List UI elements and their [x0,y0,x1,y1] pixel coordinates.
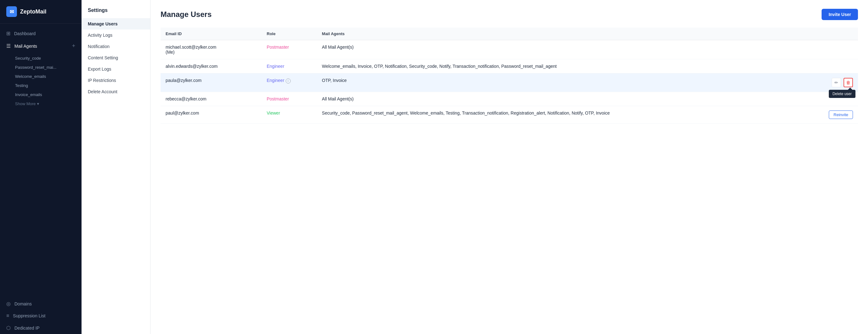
settings-title: Settings [82,7,150,18]
mail-agent-invoice-emails[interactable]: Invoice_emails [0,90,82,99]
sidebar-item-dedicated-ip[interactable]: ⬡ Dedicated IP [0,322,82,334]
main-header: Manage Users Invite User [160,9,858,20]
settings-nav-ip-restrictions[interactable]: IP Restrictions [82,75,150,86]
app-name: ZeptoMail [20,8,46,15]
user-email: paula@zylker.com [160,74,262,92]
table-row: alvin.edwards@zylker.comEngineerWelcome_… [160,59,858,74]
user-role: Engineer [262,59,317,74]
sidebar-item-suppression-list[interactable]: ≡ Suppression List [0,310,82,322]
mail-agent-welcome-emails[interactable]: Welcome_emails [0,72,82,81]
sidebar-item-domains[interactable]: ◎ Domains [0,298,82,310]
user-email: paul@zylker.com [160,106,262,124]
show-more-button[interactable]: Show More ▾ [0,99,82,108]
reinvite-button[interactable]: Reinvite [829,111,853,119]
page-title: Manage Users [160,10,212,19]
user-mail-agents: All Mail Agent(s) [317,92,802,106]
sidebar-item-label: Suppression List [13,313,45,318]
user-actions [802,40,858,59]
edit-user-button[interactable]: ✏ [832,78,841,87]
info-icon[interactable]: i [286,79,291,84]
main-content: Manage Users Invite User Email ID Role M… [151,0,868,334]
role-label: Engineer [267,64,284,69]
mail-agent-password-reset[interactable]: Password_reset_mai... [0,63,82,72]
sidebar-item-mail-agents[interactable]: ☰ Mail Agents + [0,39,82,52]
sidebar-item-label: Dedicated IP [14,326,39,331]
user-mail-agents: All Mail Agent(s) [317,40,802,59]
domains-icon: ◎ [6,301,11,307]
logo-icon: ✉ [6,6,17,17]
add-mail-agent-icon[interactable]: + [72,43,75,49]
table-row: paula@zylker.comEngineeriOTP, Invoice✏🗑D… [160,74,858,92]
user-role: Postmaster [262,92,317,106]
user-email: alvin.edwards@zylker.com [160,59,262,74]
settings-nav-manage-users[interactable]: Manage Users [82,18,150,29]
dashboard-icon: ⊞ [6,30,10,36]
user-role: Postmaster [262,40,317,59]
user-actions: Reinvite [802,106,858,124]
users-table: Email ID Role Mail Agents michael.scott@… [160,28,858,124]
app-logo[interactable]: ✉ ZeptoMail [0,0,82,24]
settings-nav-notification[interactable]: Notification [82,41,150,52]
delete-tooltip: Delete user [829,90,856,98]
table-row: paul@zylker.comViewerSecurity_code, Pass… [160,106,858,124]
suppression-list-icon: ≡ [6,313,9,318]
table-row: rebecca@zylker.comPostmasterAll Mail Age… [160,92,858,106]
user-role: Engineeri [262,74,317,92]
delete-user-button[interactable]: 🗑Delete user [843,78,853,87]
sidebar: ✉ ZeptoMail ⊞ Dashboard ☰ Mail Agents + … [0,0,82,334]
role-label: Postmaster [267,45,289,50]
user-mail-agents: Welcome_emails, Invoice, OTP, Notificati… [317,59,802,74]
user-role: Viewer [262,106,317,124]
user-email: rebecca@zylker.com [160,92,262,106]
user-actions [802,59,858,74]
row-actions: ✏🗑Delete user [807,78,853,87]
mail-agents-list: Security_code Password_reset_mai... Welc… [0,52,82,110]
settings-nav-activity-logs[interactable]: Activity Logs [82,29,150,41]
role-label: Viewer [267,111,280,115]
invite-user-button[interactable]: Invite User [822,9,858,20]
user-mail-agents: OTP, Invoice [317,74,802,92]
user-mail-agents: Security_code, Password_reset_mail_agent… [317,106,802,124]
dedicated-ip-icon: ⬡ [6,325,11,331]
settings-nav-export-logs[interactable]: Export Logs [82,63,150,75]
mail-agents-icon: ☰ [6,43,11,49]
user-email: michael.scott@zylker.com (Me) [160,40,262,59]
user-actions: ✏🗑Delete user [802,74,858,92]
mail-agent-security-code[interactable]: Security_code [0,54,82,63]
col-mail-agents: Mail Agents [317,28,802,40]
role-label: Postmaster [267,96,289,102]
sidebar-bottom: ◎ Domains ≡ Suppression List ⬡ Dedicated… [0,298,82,334]
sidebar-item-label: Domains [14,301,32,306]
sidebar-nav: ⊞ Dashboard ☰ Mail Agents + Security_cod… [0,24,82,113]
sidebar-item-label: Mail Agents [14,44,37,49]
settings-panel: Settings Manage Users Activity Logs Noti… [82,0,151,334]
sidebar-item-dashboard[interactable]: ⊞ Dashboard [0,27,82,39]
settings-nav-delete-account[interactable]: Delete Account [82,86,150,97]
col-role: Role [262,28,317,40]
sidebar-item-label: Dashboard [14,31,36,36]
mail-agent-testing[interactable]: Testing [0,81,82,90]
table-header-row: Email ID Role Mail Agents [160,28,858,40]
col-actions [802,28,858,40]
table-row: michael.scott@zylker.com (Me)PostmasterA… [160,40,858,59]
col-email: Email ID [160,28,262,40]
chevron-down-icon: ▾ [37,102,39,106]
settings-nav-content-setting[interactable]: Content Setting [82,52,150,63]
role-label: Engineer [267,78,284,83]
